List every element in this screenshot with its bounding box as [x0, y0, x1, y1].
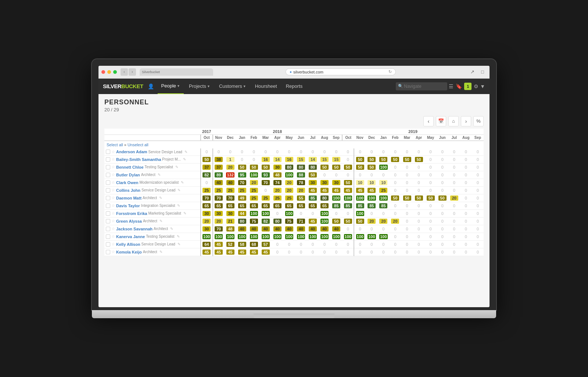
row-checkbox[interactable]: [106, 250, 110, 254]
person-name[interactable]: Davis Taylor: [116, 204, 140, 208]
edit-icon[interactable]: ✎: [159, 219, 162, 223]
star-icon[interactable]: ☆: [111, 188, 115, 193]
person-name[interactable]: Kemola Keijo: [116, 250, 142, 254]
next-button[interactable]: ›: [461, 116, 471, 126]
edit-icon[interactable]: ✎: [184, 150, 187, 154]
edit-icon[interactable]: ✎: [177, 204, 180, 208]
nav-item-people[interactable]: People ▼: [158, 79, 184, 94]
person-name[interactable]: Collins John: [116, 188, 140, 193]
edit-icon[interactable]: ✎: [177, 234, 180, 238]
star-icon[interactable]: ☆: [111, 234, 115, 239]
browser-tab[interactable]: Silverbucket: [140, 68, 213, 76]
edit-icon[interactable]: ✎: [178, 242, 180, 246]
nav-item-reports[interactable]: Reports: [282, 79, 306, 94]
person-name[interactable]: Bennett Chloe: [116, 165, 144, 169]
row-checkbox[interactable]: [106, 211, 110, 216]
edit-icon[interactable]: ✎: [183, 211, 186, 215]
person-name[interactable]: Anderson Adam: [116, 150, 147, 154]
year-2018: 2018: [213, 129, 343, 135]
maximize-button[interactable]: [113, 70, 117, 74]
nav-item-customers[interactable]: Customers ▼: [215, 79, 250, 94]
value-cell: 0: [354, 148, 366, 156]
row-checkbox[interactable]: [106, 173, 110, 177]
row-checkbox[interactable]: [106, 234, 110, 239]
new-tab-icon[interactable]: □: [478, 68, 487, 76]
value-cell: 45: [319, 186, 330, 194]
filter-icon[interactable]: ☰: [449, 83, 453, 89]
person-name[interactable]: Clark Owen: [116, 180, 139, 185]
star-icon[interactable]: ☆: [111, 180, 115, 185]
edit-icon[interactable]: ✎: [183, 157, 186, 161]
nav-item-projects[interactable]: Projects ▼: [185, 79, 214, 94]
row-checkbox[interactable]: [106, 150, 110, 154]
refresh-icon[interactable]: ↻: [388, 69, 392, 74]
prev-button[interactable]: ‹: [423, 116, 434, 126]
address-bar[interactable]: ● silverbucket.com ↻: [286, 68, 396, 75]
bookmark-icon[interactable]: 🔖: [456, 83, 462, 89]
row-checkbox[interactable]: [106, 165, 110, 169]
logo-bucket: BUCKET: [121, 83, 143, 89]
value-cell: 85: [366, 202, 377, 209]
settings-icon[interactable]: ⚙ ▼: [474, 83, 485, 89]
person-name[interactable]: Kelly Allison: [116, 242, 140, 247]
person-name[interactable]: Jackson Savannah: [116, 227, 153, 231]
row-checkbox[interactable]: [106, 219, 110, 223]
row-checkbox[interactable]: [106, 242, 110, 247]
person-name[interactable]: Bailey-Smith Samantha: [116, 157, 161, 162]
row-checkbox[interactable]: [106, 196, 110, 200]
value-cell: 78: [295, 179, 307, 186]
star-icon[interactable]: ☆: [111, 172, 115, 177]
person-name[interactable]: Forsstrom Erika: [116, 211, 147, 216]
value-cell: 74: [272, 179, 283, 186]
value-cell: 0: [437, 225, 448, 233]
value-cell: 0: [354, 248, 366, 256]
edit-icon[interactable]: ✎: [158, 173, 161, 177]
close-button[interactable]: [101, 70, 105, 74]
star-icon[interactable]: ☆: [111, 211, 115, 216]
projects-caret-icon: ▼: [207, 85, 210, 88]
col-nov-19: Nov: [354, 134, 366, 141]
edit-icon[interactable]: ✎: [178, 188, 180, 192]
notification-badge[interactable]: 1: [464, 83, 472, 90]
row-checkbox[interactable]: [106, 157, 110, 162]
person-name[interactable]: Green Alyssa: [116, 219, 142, 223]
row-checkbox[interactable]: [106, 180, 110, 185]
person-name[interactable]: Daemon Matt: [116, 196, 141, 200]
row-checkbox[interactable]: [106, 188, 110, 193]
star-icon[interactable]: ☆: [111, 203, 115, 208]
search-input[interactable]: [396, 82, 447, 90]
star-icon[interactable]: ☆: [111, 165, 115, 169]
person-name[interactable]: Kanerva Janne: [116, 234, 145, 239]
nav-item-hoursheet[interactable]: Hoursheet: [251, 79, 281, 94]
back-button[interactable]: ‹: [121, 68, 128, 76]
value-cell: 20: [389, 217, 401, 225]
select-all-link[interactable]: Select all: [107, 143, 123, 147]
edit-icon[interactable]: ✎: [159, 250, 162, 254]
col-jun-18: Jun: [295, 134, 307, 141]
row-checkbox[interactable]: [106, 227, 110, 231]
table-row: ☆ Jackson Savannah Architect ✎ 307048404…: [104, 225, 484, 233]
person-name[interactable]: Butler Dylan: [116, 173, 140, 177]
value-cell: 0: [413, 225, 425, 233]
star-icon[interactable]: ☆: [111, 150, 115, 154]
star-icon[interactable]: ☆: [111, 226, 115, 231]
star-icon[interactable]: ☆: [111, 249, 115, 254]
row-checkbox[interactable]: [106, 204, 110, 208]
minimize-button[interactable]: [107, 70, 111, 74]
star-icon[interactable]: ☆: [111, 157, 115, 162]
edit-icon[interactable]: ✎: [159, 196, 162, 200]
star-icon[interactable]: ☆: [111, 219, 115, 223]
share-icon[interactable]: ↗: [468, 68, 476, 76]
edit-icon[interactable]: ✎: [175, 165, 178, 169]
edit-icon[interactable]: ✎: [181, 180, 184, 184]
forward-button[interactable]: ›: [129, 68, 136, 76]
edit-icon[interactable]: ✎: [170, 227, 173, 231]
home-icon[interactable]: ⌂: [448, 116, 459, 126]
value-cell: 0: [413, 240, 425, 248]
percent-icon[interactable]: %: [473, 116, 484, 126]
star-icon[interactable]: ☆: [111, 242, 115, 247]
unselect-all-link[interactable]: Unselect all: [128, 143, 148, 147]
user-icon[interactable]: 👤: [148, 83, 154, 89]
star-icon[interactable]: ☆: [111, 195, 115, 200]
calendar-icon[interactable]: 📅: [436, 116, 446, 126]
